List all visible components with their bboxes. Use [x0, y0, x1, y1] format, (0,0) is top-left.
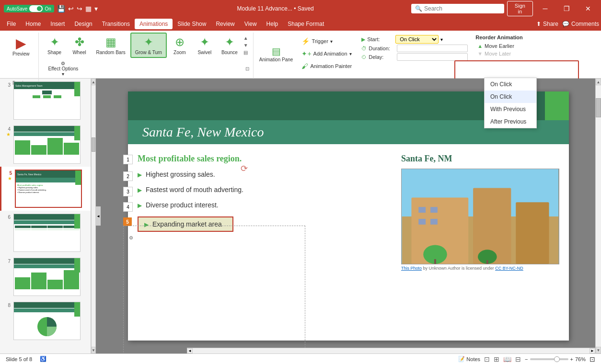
- slide-thumb-3[interactable]: Sales Management Team: [13, 81, 81, 120]
- content-scroll-down[interactable]: ▼: [596, 347, 601, 353]
- content-scrollbar[interactable]: ▲ ▼: [595, 79, 601, 353]
- zoom-in-button[interactable]: +: [570, 356, 573, 362]
- customize-icon[interactable]: ▾: [94, 5, 98, 12]
- present-icon[interactable]: ▦: [85, 5, 92, 12]
- slide-panel[interactable]: 3 Sales Management Team: [0, 79, 91, 353]
- duration-input[interactable]: [397, 45, 468, 52]
- slide-thumb-4[interactable]: [13, 125, 81, 164]
- scroll-up-button[interactable]: ▲: [243, 34, 249, 42]
- content-scroll-thumb[interactable]: [596, 98, 601, 117]
- bullet-badge-4: 4: [123, 202, 133, 212]
- menu-animations[interactable]: Animations: [135, 19, 173, 29]
- slide-thumb-6[interactable]: [13, 214, 81, 252]
- start-dropdown-arrow[interactable]: ▾: [440, 37, 443, 42]
- slide-item-3[interactable]: 3 Sales Management Team: [0, 79, 91, 123]
- redo-icon[interactable]: ↪: [77, 5, 82, 12]
- menu-slideshow[interactable]: Slide Show: [173, 19, 211, 29]
- dropdown-on-click-2[interactable]: On Click: [485, 91, 536, 103]
- dropdown-after-previous[interactable]: After Previous: [485, 115, 536, 128]
- move-later-button[interactable]: ▼ Move Later: [475, 50, 525, 57]
- slide-item-4[interactable]: 4 ★: [0, 123, 91, 167]
- normal-view-button[interactable]: ⊡: [484, 355, 490, 363]
- accessibility-icon[interactable]: ♿: [40, 356, 46, 362]
- zoom-slider[interactable]: [530, 358, 568, 360]
- animation-wheel[interactable]: ✤ Wheel: [68, 34, 92, 57]
- animation-grow-turn[interactable]: ✦ Grow & Turn: [130, 33, 167, 58]
- animation-pane-button[interactable]: ▤ Animation Pane: [257, 44, 295, 64]
- h-scroll-right[interactable]: ►: [589, 348, 595, 353]
- animation-bounce[interactable]: ✦ Bounce: [218, 34, 242, 57]
- menu-design[interactable]: Design: [69, 19, 97, 29]
- menu-insert[interactable]: Insert: [46, 19, 69, 29]
- minimize-button[interactable]: ─: [536, 1, 555, 16]
- preview-button[interactable]: ▶ Preview: [8, 33, 35, 59]
- animation-shape[interactable]: ✦ Shape: [43, 34, 67, 57]
- menu-help[interactable]: Help: [262, 19, 283, 29]
- menu-transitions[interactable]: Transitions: [97, 19, 135, 29]
- sign-in-button[interactable]: Sign in: [507, 1, 533, 16]
- trigger-button[interactable]: ⚡ Trigger ▾: [300, 35, 354, 47]
- presenter-view-button[interactable]: ⊟: [515, 355, 521, 363]
- slide-item-8[interactable]: 8: [0, 299, 91, 343]
- close-button[interactable]: ✕: [578, 1, 597, 16]
- bullet-arrow-2: ▶: [138, 171, 142, 178]
- delay-input[interactable]: [397, 53, 468, 61]
- dropdown-on-click-1[interactable]: On Click: [485, 78, 536, 91]
- slide-item-5[interactable]: 5 ★ Santa Fe, New Mexico Most profitable…: [0, 167, 91, 211]
- zoom-out-button[interactable]: −: [525, 356, 528, 362]
- slide-item-7[interactable]: 7: [0, 255, 91, 299]
- slide-thumb-7[interactable]: [13, 258, 81, 296]
- menu-review[interactable]: Review: [211, 19, 239, 29]
- menu-view[interactable]: View: [240, 19, 262, 29]
- grow-turn-icon: ✦: [144, 35, 153, 49]
- menu-shape-format[interactable]: Shape Format: [283, 19, 329, 29]
- comments-button[interactable]: 💬 Comments: [562, 21, 599, 27]
- share-button[interactable]: ⬆ Share: [536, 21, 558, 27]
- slide-sorter-button[interactable]: ⊞: [494, 355, 499, 363]
- reading-view-button[interactable]: 📖: [503, 355, 511, 363]
- horizontal-scrollbar[interactable]: ◄ ►: [187, 348, 595, 353]
- content-scroll-up[interactable]: ▲: [596, 79, 601, 85]
- restore-button[interactable]: ❐: [557, 1, 576, 16]
- collapse-panel-button[interactable]: ◄: [96, 206, 101, 226]
- slide-panel-scrollbar[interactable]: ▲ ▼: [91, 79, 96, 353]
- autosave-toggle[interactable]: [29, 5, 43, 12]
- search-box[interactable]: 🔍: [411, 4, 504, 13]
- slide-item-6[interactable]: 6: [0, 211, 91, 255]
- thumb-4-bar2: [31, 145, 46, 155]
- bullet-text-4: Diverse product interest.: [146, 201, 219, 209]
- image-license-link[interactable]: CC BY-NC-ND: [495, 266, 523, 271]
- slide-thumb-8[interactable]: [13, 302, 81, 340]
- thumb-3-badge: [74, 82, 80, 96]
- autosave-badge[interactable]: AutoSave On: [4, 5, 54, 12]
- search-input[interactable]: [424, 5, 500, 12]
- scroll-more-button[interactable]: ▤: [243, 49, 249, 56]
- menu-file[interactable]: File: [2, 19, 21, 29]
- effect-options-button[interactable]: ⚙ Effect Options ▾: [43, 58, 84, 80]
- animation-painter-button[interactable]: 🖌 Animation Painter: [300, 60, 354, 72]
- animation-random-bars[interactable]: ▦ Random Bars: [92, 34, 129, 57]
- scroll-down-button[interactable]: ▼: [243, 42, 249, 49]
- animation-swivel[interactable]: ✦ Swivel: [193, 34, 217, 57]
- bullet-badge-1: 1: [123, 155, 133, 164]
- animation-group-expand-icon[interactable]: ⊡: [245, 66, 249, 71]
- scroll-down-btn[interactable]: ▼: [92, 347, 95, 353]
- add-animation-button[interactable]: ✦+ Add Animation ▾: [300, 48, 354, 59]
- notes-button[interactable]: 📝 Notes: [458, 356, 480, 362]
- animation-bottom-row: ⚙ Effect Options ▾ ⊡: [43, 58, 249, 80]
- undo-icon[interactable]: ↩: [68, 5, 74, 12]
- animation-zoom[interactable]: ⊕ Zoom: [168, 34, 192, 57]
- fit-slide-button[interactable]: ⊡: [589, 355, 595, 363]
- menu-home[interactable]: Home: [21, 19, 46, 29]
- dropdown-with-previous[interactable]: With Previous: [485, 103, 536, 115]
- slide-thumb-5[interactable]: Santa Fe, New Mexico Most profitable sal…: [15, 170, 82, 208]
- image-caption-link[interactable]: This Photo: [401, 266, 422, 271]
- move-earlier-button[interactable]: ▲ Move Earlier: [475, 42, 525, 50]
- save-icon[interactable]: 💾: [57, 5, 65, 12]
- h-scroll-left[interactable]: ◄: [187, 348, 193, 353]
- scroll-thumb[interactable]: [92, 137, 95, 152]
- start-select[interactable]: On Click: [395, 35, 439, 44]
- add-animation-chevron: ▾: [349, 51, 352, 57]
- bullet-5-selected-box[interactable]: ▶ Expanding market area: [138, 216, 233, 232]
- thumb-6-cell5: [15, 228, 31, 230]
